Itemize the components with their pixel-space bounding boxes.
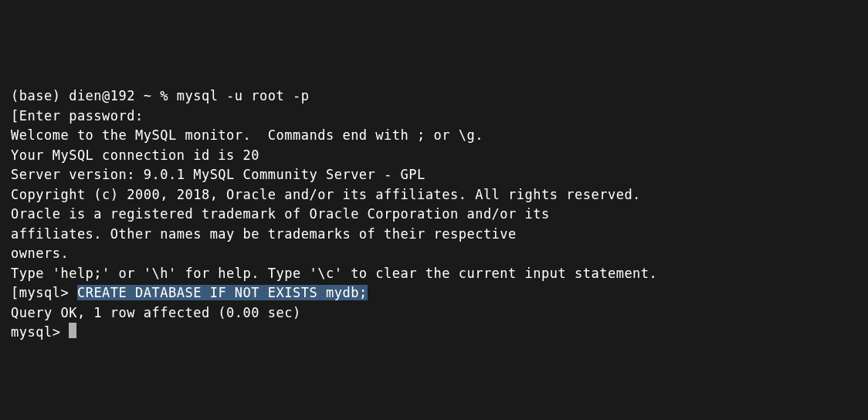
connection-id-line: Your MySQL connection id is 20 <box>11 146 857 166</box>
enter-password-text: Enter password: <box>19 108 144 124</box>
server-version-line: Server version: 9.0.1 MySQL Community Se… <box>11 165 857 185</box>
trademark-line-1: Oracle is a registered trademark of Orac… <box>11 205 857 225</box>
welcome-line: Welcome to the MySQL monitor. Commands e… <box>11 126 857 146</box>
cursor-icon <box>69 323 76 338</box>
create-database-command: CREATE DATABASE IF NOT EXISTS mydb; <box>77 285 368 300</box>
open-bracket: [ <box>11 285 19 300</box>
mysql-prompt-line[interactable]: mysql> <box>11 323 857 343</box>
open-bracket: [ <box>11 108 19 124</box>
copyright-line: Copyright (c) 2000, 2018, Oracle and/or … <box>11 185 857 205</box>
mysql-prompt: mysql> <box>19 285 77 300</box>
terminal-output[interactable]: (base) dien@192 ~ % mysql -u root -p[Ent… <box>11 86 857 343</box>
shell-prompt-line: (base) dien@192 ~ % mysql -u root -p <box>11 86 857 107</box>
mysql-prompt: mysql> <box>11 324 69 340</box>
trademark-line-2: affiliates. Other names may be trademark… <box>11 225 857 245</box>
query-result-line: Query OK, 1 row affected (0.00 sec) <box>11 303 857 323</box>
help-line: Type 'help;' or '\h' for help. Type '\c'… <box>11 264 857 284</box>
mysql-command-line: [mysql> CREATE DATABASE IF NOT EXISTS my… <box>11 283 857 303</box>
trademark-line-3: owners. <box>11 244 857 264</box>
password-prompt-line: [Enter password: <box>11 107 857 127</box>
